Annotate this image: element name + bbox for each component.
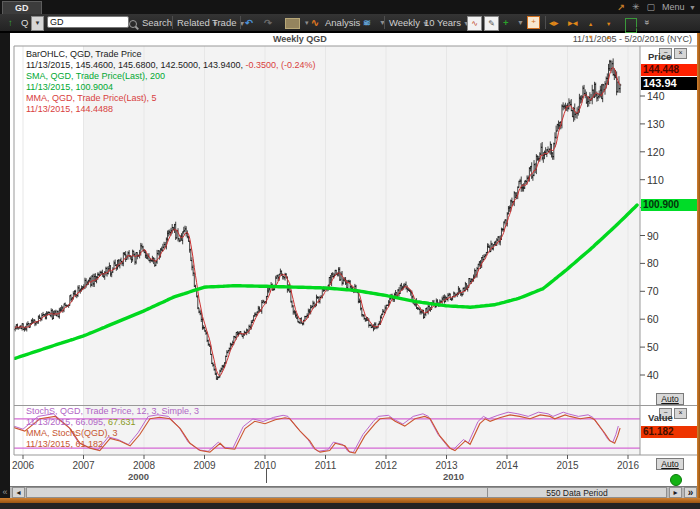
search-button[interactable]: Search <box>142 16 172 29</box>
symbol-tab[interactable]: GD <box>2 1 42 14</box>
symbol-mode-label: Q <box>21 16 28 29</box>
symbol-up-icon[interactable]: ↑ <box>8 16 13 29</box>
interval-dropdown[interactable]: Weekly▼ <box>389 16 429 29</box>
legend-sma[interactable]: SMA, QGD, Trade Price(Last), 200 <box>26 71 316 82</box>
range-dropdown[interactable]: 10 Years▼ <box>424 16 470 29</box>
legend-stoch-mma[interactable]: MMA, StochS(QGD), 3 <box>26 428 199 439</box>
price-axis-label: Price <box>648 51 671 62</box>
chart-header: Weekly QGD 11/11/2005 - 5/20/2016 (NYC) <box>10 33 697 46</box>
titlebar-controls: ↗ ✳ ▢ Menu ▼ <box>617 0 696 14</box>
compress-bars-icon[interactable]: ▸◂ <box>568 16 578 29</box>
expand-bars-icon[interactable]: ◂▸ <box>549 16 559 29</box>
legend-barohlc[interactable]: BarOHLC, QGD, Trade Price <box>26 49 316 60</box>
toolbar-divider <box>172 16 173 29</box>
scrollbar-collapse-icon[interactable]: « <box>0 486 10 498</box>
decade-label-2000: 2000 <box>128 471 149 482</box>
price-auto-scale-button[interactable]: Auto <box>656 393 684 405</box>
undo-icon[interactable]: ↶ <box>245 16 253 29</box>
menu-button[interactable]: Menu ▼ <box>662 2 696 12</box>
waves-icon[interactable]: ≋ <box>363 16 371 29</box>
symbol-mode-dropdown[interactable]: ▼ <box>31 16 44 31</box>
crosshair-icon[interactable]: + <box>503 16 509 29</box>
price-panel-legend: BarOHLC, QGD, Trade Price 11/13/2015, 14… <box>26 49 316 115</box>
stoch-panel-legend: StochS, QGD, Trade Price, 12, 3, Simple,… <box>26 406 199 450</box>
compress-vertical-icon[interactable]: ▾▴ <box>607 17 610 30</box>
value-axis-label: Value <box>648 412 673 423</box>
redo-icon[interactable]: ↷ <box>264 16 272 29</box>
decade-label-2010: 2010 <box>443 471 464 482</box>
chart-edit-icon[interactable]: ✎ <box>484 16 499 31</box>
legend-stochs[interactable]: StochS, QGD, Trade Price, 12, 3, Simple,… <box>26 406 199 417</box>
scroll-page-right-icon[interactable]: » <box>684 487 697 498</box>
desktop-background <box>0 503 700 509</box>
scrollbar-thumb[interactable] <box>26 487 492 498</box>
crosshair-dropdown[interactable]: ▼ <box>517 16 524 29</box>
legend-barohlc-values[interactable]: 11/13/2015, 145.4600, 145.6800, 142.5000… <box>26 60 316 71</box>
pin-icon[interactable]: ✳ <box>632 2 640 12</box>
close-panel-icon[interactable]: × <box>674 48 687 59</box>
legend-stochs-values[interactable]: 11/13/2015, 66.095, 67.631 <box>26 417 199 428</box>
toolbar-divider <box>240 16 241 29</box>
main-toolbar: ↑ Q ▼ Search Related▼ Trade▼ ↶ ↷ ▾ ∿ Ana… <box>0 14 700 33</box>
image-dropdown[interactable]: ▾ <box>305 16 309 29</box>
legend-sma-values[interactable]: 11/13/2015, 100.9004 <box>26 82 316 93</box>
chart-style-icon[interactable]: ∿ <box>467 16 482 31</box>
mma-price-badge: 144.448 <box>641 64 698 76</box>
restore-window-icon[interactable]: ▢ <box>647 2 656 12</box>
legend-mma[interactable]: MMA, QGD, Trade Price(Last), 5 <box>26 93 316 104</box>
symbol-input[interactable] <box>47 16 129 28</box>
expand-vertical-icon[interactable]: ▴▾ <box>589 17 592 30</box>
analysis-squiggle-icon: ∿ <box>311 16 319 29</box>
toolbar-divider <box>545 16 546 29</box>
add-window-icon[interactable]: + <box>527 16 540 29</box>
close-panel-icon[interactable]: × <box>674 408 687 419</box>
window-titlebar: GD ↗ ✳ ▢ Menu ▼ <box>0 0 700 14</box>
popout-icon[interactable]: ↗ <box>617 2 625 12</box>
chart-title: Weekly QGD <box>273 34 327 44</box>
sma-price-badge: 100.900 <box>641 199 698 211</box>
zoom-select-icon[interactable] <box>625 18 637 33</box>
stoch-value-badge: 61.182 <box>641 426 698 438</box>
scroll-right-arrow[interactable]: ▸ <box>669 487 682 498</box>
last-price-badge: 143.94 <box>641 77 698 90</box>
search-icon[interactable] <box>129 18 137 31</box>
data-period-button[interactable]: 550 Data Period <box>487 487 667 498</box>
legend-mma-values[interactable]: 11/13/2015, 144.4488 <box>26 104 316 115</box>
image-folder-icon[interactable] <box>285 18 300 29</box>
scroll-left-arrow[interactable]: ◂ <box>12 487 25 498</box>
toolbar-divider <box>384 16 385 29</box>
legend-stoch-mma-values[interactable]: 11/13/2015, 61.182 <box>26 439 199 450</box>
more-tools-chevron-icon[interactable]: » <box>641 20 654 25</box>
value-auto-scale-button[interactable]: Auto <box>656 458 684 470</box>
